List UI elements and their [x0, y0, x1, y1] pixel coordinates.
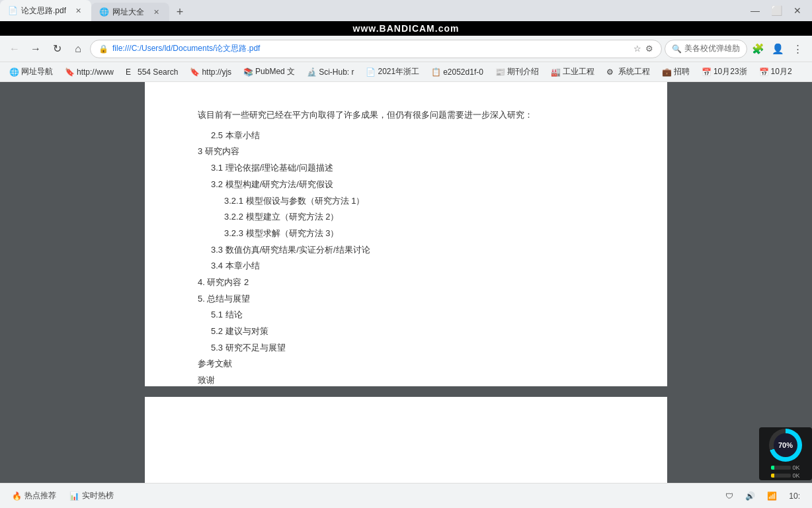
home-button[interactable]: ⌂ — [69, 40, 87, 58]
extensions-button[interactable]: 🧩 — [749, 40, 767, 58]
status-bar-right: 🛡 🔊 📶 10: — [721, 490, 804, 502]
nav-right-icons: 🔍 美各校优弹雄肋 🧩 👤 ⋮ — [665, 40, 807, 58]
web-tab-close[interactable]: ✕ — [151, 7, 161, 17]
address-lock-icon: 🔒 — [99, 44, 108, 54]
toc-item-13: 5.3 研究不足与展望 — [198, 340, 628, 357]
bookmark-label-5: Sci-Hub: r — [319, 67, 354, 77]
address-bar-icons: ☆ ⚙ — [633, 44, 653, 54]
toc-item-15: 致谢 — [198, 372, 628, 389]
pdf-page-2 — [145, 397, 667, 483]
bookmark-icon-2: E — [126, 67, 135, 77]
menu-button[interactable]: ⋮ — [788, 40, 807, 58]
pdf-intro-text: 该目前有一些研究已经在平方向取得了许多成果，但仍有很多问题需要进一步深入研究： — [198, 108, 628, 122]
forward-button[interactable]: → — [26, 40, 45, 58]
web-tab-icon: 🌐 — [99, 7, 108, 17]
meter-bar-fill-1 — [771, 466, 791, 470]
bookmark-item-1[interactable]: 🔖http://www — [60, 65, 119, 79]
toc-item-14: 参考文献 — [198, 356, 628, 372]
search-placeholder-text[interactable]: 美各校优弹雄肋 — [684, 43, 740, 54]
bookmark-item-13[interactable]: 📅10月2 — [754, 65, 797, 79]
bookmark-icon-5: 🔬 — [307, 67, 316, 77]
bookmark-star-icon[interactable]: ☆ — [633, 44, 641, 54]
meter-bar-green — [771, 466, 774, 470]
cpu-percent: 70% — [778, 441, 793, 449]
bookmark-label-0: 网址导航 — [21, 66, 53, 77]
bookmark-icon-11: 💼 — [662, 67, 671, 77]
toc-item-0: 2.5 本章小结 — [198, 128, 628, 144]
toc-item-6: 3.2.3 模型求解（研究方法 3） — [198, 226, 628, 242]
bookmark-icon-8: 📰 — [495, 67, 505, 77]
meter-label-1: 0K — [792, 464, 799, 471]
bookmark-label-4: PubMed 文 — [255, 66, 295, 77]
bookmark-label-8: 期刊介绍 — [507, 66, 539, 77]
meter-bar-fill-2 — [771, 474, 791, 478]
cpu-meter-inner: 70% — [774, 433, 797, 457]
meter-bar-yellow — [771, 474, 774, 478]
bookmark-icon-4: 📚 — [243, 67, 253, 77]
refresh-button[interactable]: ↻ — [48, 40, 66, 58]
tab-web[interactable]: 🌐 网址大全 ✕ — [91, 3, 169, 21]
meter-bar-row-1: 0K — [771, 464, 799, 471]
bookmark-item-3[interactable]: 🔖http://yjs — [184, 65, 237, 79]
realtime-hot-label: 实时热榜 — [82, 490, 114, 501]
hot-recommend-item[interactable]: 🔥 热点推荐 — [8, 489, 60, 503]
window-controls: — ⬜ ✕ — [746, 1, 812, 20]
bookmark-label-3: http://yjs — [202, 67, 231, 77]
window-minimize-button[interactable]: — — [746, 1, 764, 20]
bookmark-icon-1: 🔖 — [65, 67, 74, 77]
web-tab-label: 网址大全 — [112, 7, 144, 18]
new-tab-button[interactable]: + — [171, 3, 189, 21]
bookmark-label-1: http://www — [77, 67, 114, 77]
profile-button[interactable]: 👤 — [768, 40, 787, 58]
bookmark-item-9[interactable]: 🏭工业工程 — [546, 65, 600, 79]
pdf-tab-label: 论文思路.pdf — [21, 5, 66, 17]
bookmark-item-10[interactable]: ⚙系统工程 — [601, 65, 655, 79]
toc-item-5: 3.2.2 模型建立（研究方法 2） — [198, 209, 628, 226]
bookmark-item-2[interactable]: E554 Search — [120, 65, 183, 79]
bookmark-label-2: 554 Search — [138, 67, 178, 77]
toc-item-3: 3.2 模型构建/研究方法/研究假设 — [198, 177, 628, 193]
bookmark-item-11[interactable]: 💼招聘 — [657, 65, 695, 79]
pdf-tab-icon: 📄 — [8, 6, 17, 15]
shield-icon[interactable]: 🛡 — [721, 490, 737, 502]
pdf-tab-close[interactable]: ✕ — [73, 5, 83, 16]
bookmark-item-4[interactable]: 📚PubMed 文 — [238, 65, 300, 79]
navigation-bar: ← → ↻ ⌂ 🔒 file:///C:/Users/ld/Documents/… — [0, 36, 812, 62]
bookmark-label-10: 系统工程 — [618, 66, 650, 77]
bookmark-item-5[interactable]: 🔬Sci-Hub: r — [302, 65, 359, 79]
chart-icon: 📊 — [69, 491, 79, 501]
status-time: 10: — [785, 490, 804, 502]
tab-pdf[interactable]: 📄 论文思路.pdf ✕ — [0, 0, 91, 21]
bookmark-item-7[interactable]: 📋e2052d1f-0 — [426, 65, 489, 79]
realtime-hot-item[interactable]: 📊 实时热榜 — [65, 489, 118, 503]
extension-icon[interactable]: ⚙ — [645, 44, 653, 54]
bookmark-label-9: 工业工程 — [563, 66, 594, 77]
address-bar[interactable]: 🔒 file:///C:/Users/ld/Documents/论文思路.pdf… — [90, 40, 662, 58]
toc-list: 2.5 本章小结3 研究内容3.1 理论依据/理论基础/问题描述3.2 模型构建… — [198, 128, 628, 389]
bookmark-label-13: 10月2 — [771, 66, 792, 77]
fire-icon: 🔥 — [12, 491, 22, 501]
toc-item-2: 3.1 理论依据/理论基础/问题描述 — [198, 160, 628, 177]
performance-meter: 70% 0K 0K — [759, 427, 812, 480]
bookmark-item-12[interactable]: 📅10月23浙 — [696, 65, 752, 79]
cpu-meter-circle: 70% — [769, 429, 802, 462]
meter-bars: 0K 0K — [771, 464, 799, 479]
bookmark-icon-6: 📄 — [366, 67, 375, 77]
bookmark-icon-3: 🔖 — [190, 67, 199, 77]
network-icon[interactable]: 📶 — [763, 490, 781, 502]
bookmark-icon-13: 📅 — [759, 67, 768, 77]
bookmark-label-7: e2052d1f-0 — [443, 67, 483, 77]
bookmarks-bar: 🌐网址导航🔖http://wwwE554 Search🔖http://yjs📚P… — [0, 62, 812, 82]
window-close-button[interactable]: ✕ — [788, 1, 807, 20]
bookmark-item-0[interactable]: 🌐网址导航 — [4, 65, 58, 79]
bookmark-item-8[interactable]: 📰期刊介绍 — [490, 65, 544, 79]
pdf-page-1: 该目前有一些研究已经在平方向取得了许多成果，但仍有很多问题需要进一步深入研究： … — [145, 82, 667, 386]
toc-item-7: 3.3 数值仿真/研究结果/实证分析/结果讨论 — [198, 242, 628, 259]
meter-label-2: 0K — [792, 472, 799, 479]
volume-icon[interactable]: 🔊 — [741, 490, 759, 502]
status-bar: 🔥 热点推荐 📊 实时热榜 🛡 🔊 📶 10: — [0, 483, 812, 508]
window-maximize-button[interactable]: ⬜ — [767, 1, 786, 20]
bookmark-item-6[interactable]: 📄2021年浙工 — [360, 65, 425, 79]
bookmark-icon-10: ⚙ — [606, 67, 616, 77]
back-button[interactable]: ← — [5, 40, 24, 58]
